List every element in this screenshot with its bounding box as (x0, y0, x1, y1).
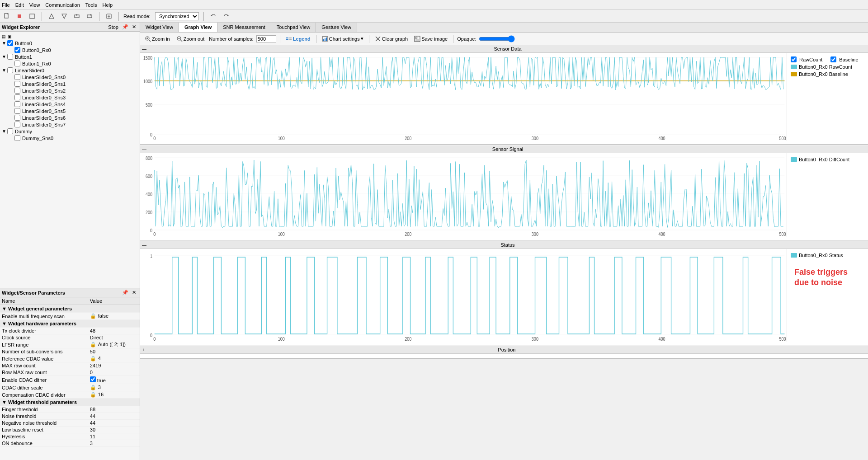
checkbox-ls0-sns3[interactable] (14, 94, 20, 100)
menu-help[interactable]: Help (102, 2, 113, 8)
checkbox-linearslider0[interactable] (7, 67, 13, 73)
tree-item-ls0-sns2[interactable]: LinearSlider0_Sns2 (7, 87, 140, 94)
checkbox-ls0-sns2[interactable] (14, 88, 20, 94)
widget-explorer-pin-btn[interactable]: 📌 (120, 23, 130, 30)
svg-text:800: 800 (146, 156, 152, 161)
legend-checkbox-baseline[interactable] (830, 56, 836, 62)
param-row-hysteresis: Hysteresis 11 (0, 433, 140, 440)
new-button[interactable] (2, 12, 12, 20)
tree-item-button0[interactable]: ▼ Button0 (0, 40, 140, 47)
tree-item-dummy[interactable]: ▼ Dummy (0, 128, 140, 135)
menu-tools[interactable]: Tools (85, 2, 97, 8)
button4[interactable] (47, 12, 57, 20)
widget-explorer-close-btn[interactable]: ✕ (130, 23, 138, 30)
checkbox-ls0-sns1[interactable] (14, 81, 20, 87)
param-row-noise-thresh: Noise threshold 44 (0, 413, 140, 420)
stop-button[interactable] (14, 12, 24, 20)
label-ls0-sns1: LinearSlider0_Sns1 (22, 81, 66, 87)
tab-graph-view[interactable]: Graph View (179, 23, 217, 32)
save-image-button[interactable]: Save image (412, 35, 449, 42)
svg-text:0: 0 (153, 136, 156, 141)
opaque-slider[interactable] (479, 35, 515, 42)
button3[interactable] (27, 12, 37, 20)
tree-item-ls0-sns7[interactable]: LinearSlider0_Sns7 (7, 121, 140, 128)
tree-item-button1[interactable]: ▼ Button1 (0, 53, 140, 60)
tree-item-ls0-sns1[interactable]: LinearSlider0_Sns1 (7, 80, 140, 87)
legend-checkbox-rawcount[interactable] (791, 56, 797, 62)
menu-file[interactable]: File (2, 2, 10, 8)
tree-item-button0-rx0[interactable]: Button0_Rx0 (7, 47, 140, 53)
menu-edit[interactable]: Edit (15, 2, 24, 8)
tree-item-ls0-sns3[interactable]: LinearSlider0_Sns3 (7, 94, 140, 101)
collapse-position[interactable]: + (142, 347, 145, 352)
collapse-status[interactable]: — (142, 243, 146, 248)
chart-settings-button[interactable]: Chart settings ▾ (320, 35, 365, 42)
tree-item-ls0-sns6[interactable]: LinearSlider0_Sns6 (7, 114, 140, 121)
button8[interactable] (104, 12, 114, 20)
params-pin-btn[interactable]: 📌 (120, 289, 130, 296)
tab-gesture-view[interactable]: Gesture View (316, 23, 357, 32)
button5[interactable] (59, 12, 69, 20)
collapse-sensor-signal[interactable]: — (142, 147, 146, 152)
label-ls0-sns6: LinearSlider0_Sns6 (22, 115, 66, 121)
expand-button0[interactable]: ▼ (2, 41, 7, 46)
svg-text:0: 0 (150, 132, 152, 138)
undo-button[interactable] (208, 12, 218, 20)
tab-touchpad-view[interactable]: Touchpad View (271, 23, 316, 32)
svg-text:600: 600 (146, 174, 152, 179)
svg-marker-12 (211, 15, 212, 16)
label-dummy: Dummy (15, 129, 32, 134)
redo-button[interactable] (221, 12, 231, 20)
checkbox-ls0-sns7[interactable] (14, 122, 20, 127)
param-row-sub-conv: Number of sub-conversions 50 (0, 348, 140, 355)
widget-explorer-stop-btn[interactable]: Stop (106, 24, 120, 30)
checkbox-ls0-sns0[interactable] (14, 74, 20, 80)
param-value-ref-cdac: 🔒4 (88, 355, 140, 362)
checkbox-button0-rx0[interactable] (14, 47, 20, 53)
tab-snr-measurement[interactable]: SNR Measurement (217, 23, 271, 32)
tree-item-linearslider0[interactable]: ▼ LinearSlider0 (0, 67, 140, 74)
checkbox-button0[interactable] (7, 40, 13, 46)
checkbox-ls0-sns5[interactable] (14, 108, 20, 114)
tree-item-dummy-sns0[interactable]: Dummy_Sns0 (7, 135, 140, 141)
tree-item-ls0-sns0[interactable]: LinearSlider0_Sns0 (7, 74, 140, 80)
param-value-clock-source: Direct (88, 334, 140, 341)
checkbox-button1[interactable] (7, 54, 13, 60)
read-mode-select[interactable]: Synchronized Single Continuous (155, 12, 199, 20)
expand-button1[interactable]: ▼ (2, 54, 7, 59)
tree-item-button1-rx0[interactable]: Button1_Rx0 (7, 60, 140, 67)
params-col-name: Name (0, 297, 88, 305)
svg-rect-7 (87, 15, 92, 18)
checkbox-button1-rx0[interactable] (14, 61, 20, 66)
num-samples-input[interactable] (256, 35, 276, 42)
checkbox-ls0-sns6[interactable] (14, 115, 20, 121)
read-mode-label: Read mode: (123, 14, 151, 19)
checkbox-dummy-sns0[interactable] (14, 135, 20, 141)
svg-line-15 (149, 40, 151, 42)
label-button1: Button1 (15, 54, 32, 60)
param-name-max-raw: MAX raw count (0, 362, 88, 369)
zoom-out-button[interactable]: Zoom out (175, 35, 206, 42)
collapse-sensor-data[interactable]: — (142, 47, 146, 52)
checkbox-cdac-dither[interactable] (90, 376, 96, 382)
zoom-out-icon (176, 36, 183, 42)
menu-view[interactable]: View (29, 2, 40, 8)
tree-item-ls0-sns5[interactable]: LinearSlider0_Sns5 (7, 108, 140, 114)
tab-widget-view[interactable]: Widget View (140, 23, 179, 32)
button7[interactable] (85, 12, 94, 20)
checkbox-ls0-sns4[interactable] (14, 101, 20, 107)
button6[interactable] (72, 12, 82, 20)
zoom-in-button[interactable]: Zoom in (143, 35, 172, 42)
legend-button[interactable]: Legend (284, 35, 312, 42)
checkbox-dummy[interactable] (7, 128, 13, 134)
clear-graph-button[interactable]: Clear graph (373, 35, 410, 42)
param-name-lfsr: LFSR range (0, 341, 88, 348)
param-value-hysteresis: 11 (88, 433, 140, 440)
params-close-btn[interactable]: ✕ (130, 289, 138, 296)
expand-dummy[interactable]: ▼ (2, 129, 7, 134)
chart-status-header: — Status (140, 241, 868, 249)
expand-linearslider0[interactable]: ▼ (2, 68, 7, 73)
menu-communication[interactable]: Communication (45, 2, 80, 8)
tree-item-ls0-sns4[interactable]: LinearSlider0_Sns4 (7, 101, 140, 108)
svg-marker-6 (76, 14, 78, 16)
